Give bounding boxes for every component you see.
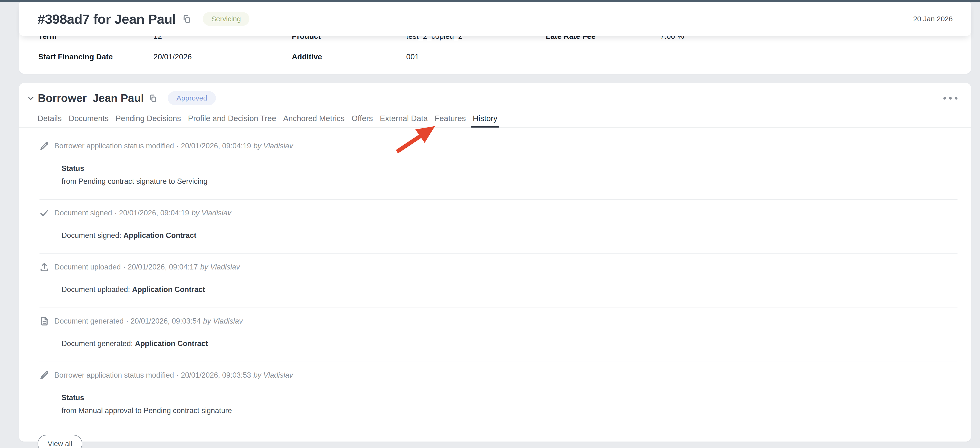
tab-offers[interactable]: Offers <box>352 114 373 127</box>
history-entry-meta: Document generated· 20/01/2026, 09:03:54… <box>54 315 243 327</box>
history-entry-body: Status from Manual approval to Pending c… <box>62 391 958 417</box>
history-entry-body: Status from Pending contract signature t… <box>62 162 958 188</box>
borrower-name: Jean Paul <box>92 92 144 105</box>
borrower-card: Borrower Jean Paul Approved Details Docu… <box>19 83 971 442</box>
history-entry-meta: Borrower application status modified· 20… <box>54 140 293 152</box>
tab-details[interactable]: Details <box>38 114 62 127</box>
history-entry-meta: Borrower application status modified· 20… <box>54 369 293 381</box>
page-title: #398ad7 for Jean Paul <box>38 11 176 27</box>
history-list: Borrower application status modified· 20… <box>19 127 971 429</box>
history-entry-body: Document generated: Application Contract <box>62 337 958 350</box>
tab-profile-and-decision-tree[interactable]: Profile and Decision Tree <box>188 114 276 127</box>
copy-icon[interactable] <box>149 94 157 102</box>
tab-pending-decisions[interactable]: Pending Decisions <box>116 114 181 127</box>
history-entry-body: Document uploaded: Application Contract <box>62 283 958 296</box>
approval-status-badge: Approved <box>168 91 216 105</box>
check-icon <box>40 208 49 218</box>
copy-icon[interactable] <box>182 14 191 24</box>
pencil-icon <box>40 141 49 151</box>
pencil-icon <box>40 370 49 380</box>
detail-label: Start Financing Date <box>38 51 153 62</box>
tab-external-data[interactable]: External Data <box>380 114 428 127</box>
tab-history[interactable]: History <box>473 114 498 127</box>
history-entry-meta: Document uploaded· 20/01/2026, 09:04:17b… <box>54 261 240 273</box>
document-icon <box>40 316 49 326</box>
header-date: 20 Jan 2026 <box>913 15 953 23</box>
borrower-tabs: Details Documents Pending Decisions Prof… <box>19 112 971 127</box>
status-badge: Servicing <box>203 12 250 26</box>
top-accent-bar <box>0 0 980 2</box>
more-actions-icon[interactable] <box>941 95 960 102</box>
history-entry-body: Document signed: Application Contract <box>62 229 958 242</box>
upload-icon <box>40 262 49 272</box>
tab-features[interactable]: Features <box>435 114 466 127</box>
tab-documents[interactable]: Documents <box>69 114 109 127</box>
history-entry-meta: Document signed· 20/01/2026, 09:04:19by … <box>54 207 231 219</box>
borrower-header: Borrower Jean Paul Approved <box>27 91 960 105</box>
chevron-down-icon[interactable] <box>27 94 35 102</box>
tab-anchored-metrics[interactable]: Anchored Metrics <box>283 114 345 127</box>
view-all-button[interactable]: View all <box>38 435 82 448</box>
borrower-section-label: Borrower <box>38 92 87 105</box>
history-entry: Document uploaded· 20/01/2026, 09:04:17b… <box>40 253 958 308</box>
loan-details-row-2: Start Financing Date 20/01/2026 Additive… <box>19 51 971 62</box>
detail-label: Additive <box>292 51 406 62</box>
history-entry: Borrower application status modified· 20… <box>40 133 958 199</box>
history-entry: Document generated· 20/01/2026, 09:03:54… <box>40 308 958 362</box>
detail-value: 001 <box>406 51 546 62</box>
history-entry: Document signed· 20/01/2026, 09:04:19by … <box>40 199 958 253</box>
application-header: #398ad7 for Jean Paul Servicing 20 Jan 2… <box>19 2 971 36</box>
history-entry: Borrower application status modified· 20… <box>40 362 958 429</box>
detail-value: 20/01/2026 <box>153 51 292 62</box>
